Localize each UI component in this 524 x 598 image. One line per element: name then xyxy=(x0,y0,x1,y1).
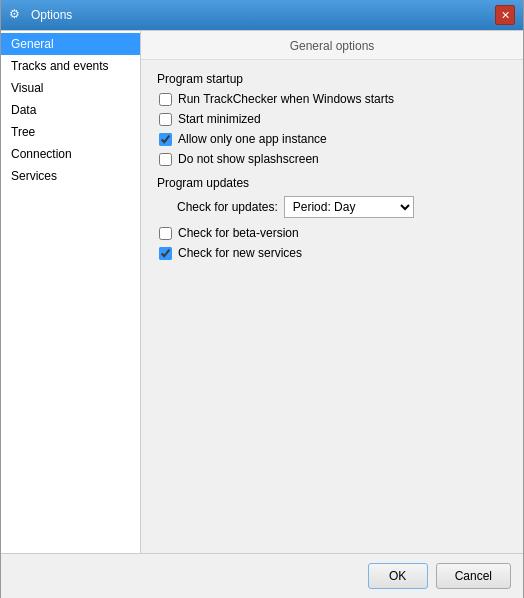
option-run-on-start: Run TrackChecker when Windows starts xyxy=(159,92,507,106)
panel-content: Program startup Run TrackChecker when Wi… xyxy=(141,60,523,553)
startup-section-label: Program startup xyxy=(157,72,507,86)
sidebar-item-tree[interactable]: Tree xyxy=(1,121,140,143)
footer: OK Cancel xyxy=(1,553,523,598)
beta-version-checkbox[interactable] xyxy=(159,227,172,240)
check-for-updates-row: Check for updates: Period: Day Period: W… xyxy=(177,196,507,218)
option-beta-version: Check for beta-version xyxy=(159,226,507,240)
sidebar-item-visual[interactable]: Visual xyxy=(1,77,140,99)
content-area: General Tracks and events Visual Data Tr… xyxy=(1,30,523,553)
cancel-button[interactable]: Cancel xyxy=(436,563,511,589)
new-services-label[interactable]: Check for new services xyxy=(178,246,302,260)
sidebar: General Tracks and events Visual Data Tr… xyxy=(1,31,141,553)
no-splash-label[interactable]: Do not show splashscreen xyxy=(178,152,319,166)
option-one-instance: Allow only one app instance xyxy=(159,132,507,146)
check-for-updates-label: Check for updates: xyxy=(177,200,278,214)
option-new-services: Check for new services xyxy=(159,246,507,260)
title-bar: ⚙ Options ✕ xyxy=(1,0,523,30)
new-services-checkbox[interactable] xyxy=(159,247,172,260)
one-instance-checkbox[interactable] xyxy=(159,133,172,146)
updates-section-divider: Program updates xyxy=(157,176,507,190)
sidebar-item-tracks-events[interactable]: Tracks and events xyxy=(1,55,140,77)
option-start-minimized: Start minimized xyxy=(159,112,507,126)
window-title: Options xyxy=(31,8,72,22)
panel-title: General options xyxy=(141,31,523,60)
no-splash-checkbox[interactable] xyxy=(159,153,172,166)
sidebar-item-general[interactable]: General xyxy=(1,33,140,55)
start-minimized-label[interactable]: Start minimized xyxy=(178,112,261,126)
sidebar-item-connection[interactable]: Connection xyxy=(1,143,140,165)
options-window: ⚙ Options ✕ General Tracks and events Vi… xyxy=(0,0,524,598)
close-button[interactable]: ✕ xyxy=(495,5,515,25)
beta-version-label[interactable]: Check for beta-version xyxy=(178,226,299,240)
window-icon: ⚙ xyxy=(9,7,25,23)
ok-button[interactable]: OK xyxy=(368,563,428,589)
window-body: General Tracks and events Visual Data Tr… xyxy=(1,30,523,598)
updates-section-label: Program updates xyxy=(157,176,507,190)
run-on-start-checkbox[interactable] xyxy=(159,93,172,106)
sidebar-item-services[interactable]: Services xyxy=(1,165,140,187)
main-panel: General options Program startup Run Trac… xyxy=(141,31,523,553)
updates-period-select[interactable]: Period: Day Period: Week Period: Month N… xyxy=(284,196,414,218)
option-no-splash: Do not show splashscreen xyxy=(159,152,507,166)
title-bar-left: ⚙ Options xyxy=(9,7,72,23)
one-instance-label[interactable]: Allow only one app instance xyxy=(178,132,327,146)
run-on-start-label[interactable]: Run TrackChecker when Windows starts xyxy=(178,92,394,106)
sidebar-item-data[interactable]: Data xyxy=(1,99,140,121)
start-minimized-checkbox[interactable] xyxy=(159,113,172,126)
